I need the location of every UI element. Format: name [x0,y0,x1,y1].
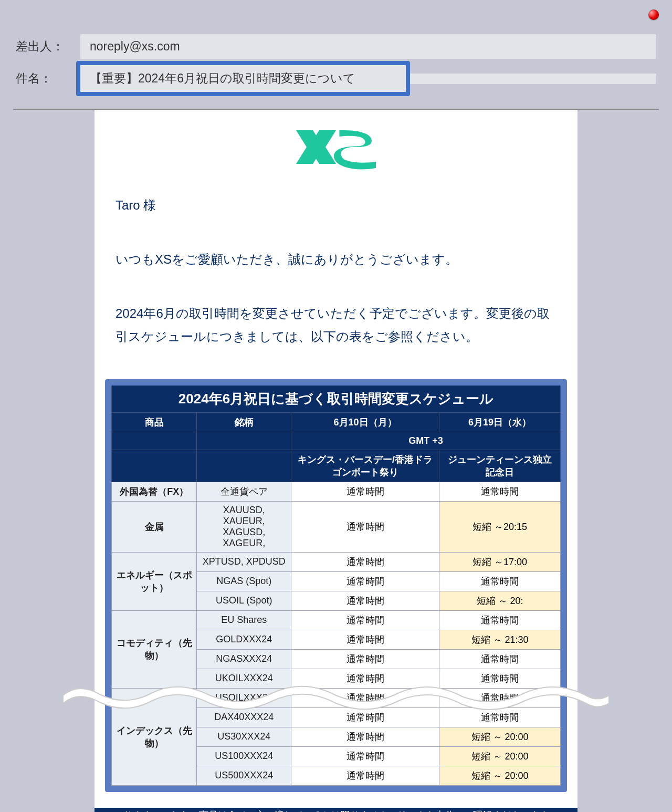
symbol-cell: NGASXXX24 [197,649,291,669]
jun19-cell: 通常時間 [439,669,561,688]
jun19-cell: 短縮 ～ 20:00 [439,746,561,766]
jun19-cell: 通常時間 [439,482,561,501]
jun10-cell: 通常時間 [291,746,439,766]
timezone: GMT +3 [291,432,560,450]
xs-logo-icon [294,126,378,173]
symbol-cell: US30XXX24 [197,727,291,746]
event-jun19: ジューンティーンス独立記念日 [439,450,561,482]
product-cell: 外国為替（FX） [112,482,197,501]
jun19-cell: 通常時間 [439,707,561,727]
col-product: 商品 [112,412,197,432]
jun10-cell: 通常時間 [291,591,439,610]
jun10-cell: 通常時間 [291,727,439,746]
jun10-cell: 通常時間 [291,610,439,630]
email-header: 差出人： noreply@xs.com 件名： 【重要】2024年6月祝日の取引… [0,29,672,109]
table-row: エネルギー（スポット）XPTUSD, XPDUSD通常時間短縮 ～17:00 [112,552,561,571]
jun19-cell: 短縮 ～ 20:00 [439,727,561,746]
jun19-cell: 短縮 ～ 21:30 [439,630,561,649]
jun19-cell: 通常時間 [439,610,561,630]
product-cell: 金属 [112,501,197,552]
salutation: Taro 様 [116,194,556,216]
symbol-cell: 全通貨ペア [197,482,291,501]
symbol-cell: UKOILXXX24 [197,669,291,688]
symbol-cell: NGAS (Spot) [197,571,291,591]
jun10-cell: 通常時間 [291,501,439,552]
symbol-cell: GOLDXXX24 [197,630,291,649]
subject-highlight: 【重要】2024年6月祝日の取引時間変更について [80,65,406,92]
jun19-cell: 短縮 ～ 20:00 [439,766,561,785]
from-value: noreply@xs.com [80,34,656,59]
symbol-cell: DAX40XXX24 [197,707,291,727]
symbol-cell: EU Shares [197,610,291,630]
table-title: 2024年6月祝日に基づく取引時間変更スケジュール [112,386,561,413]
subject-value: 【重要】2024年6月祝日の取引時間変更について [80,65,406,92]
schedule-table-frame: 2024年6月祝日に基づく取引時間変更スケジュール 商品 銘柄 6月10日（月）… [105,379,567,792]
table-row: 外国為替（FX）全通貨ペア通常時間通常時間 [112,482,561,501]
thanks-paragraph: いつもXSをご愛顧いただき、誠にありがとうございます。 [116,248,556,270]
col-jun19: 6月19日（水） [439,412,561,432]
schedule-table: 2024年6月祝日に基づく取引時間変更スケジュール 商品 銘柄 6月10日（月）… [111,386,561,786]
symbol-cell: USOILXXX24 [197,688,291,707]
jun10-cell: 通常時間 [291,688,439,707]
jun10-cell: 通常時間 [291,571,439,591]
jun10-cell: 通常時間 [291,669,439,688]
col-symbol: 銘柄 [197,412,291,432]
symbol-cell: XPTUSD, XPDUSD [197,552,291,571]
subject-tail [410,74,656,84]
jun10-cell: 通常時間 [291,766,439,785]
product-cell: エネルギー（スポット） [112,552,197,610]
subject-label: 件名： [16,70,71,87]
symbol-cell: XAUUSD, XAUEUR, XAGUSD, XAGEUR, [197,501,291,552]
jun19-cell: 短縮 ～20:15 [439,501,561,552]
jun19-cell: 短縮 ～ 20: [439,591,561,610]
table-body: 外国為替（FX）全通貨ペア通常時間通常時間金属XAUUSD, XAUEUR, X… [112,482,561,785]
jun19-cell: 通常時間 [439,571,561,591]
product-cell: コモディティ（先物） [112,610,197,688]
table-row: 金属XAUUSD, XAUEUR, XAGUSD, XAGEUR,通常時間短縮 … [112,501,561,552]
col-jun10: 6月10日（月） [291,412,439,432]
xs-logo [94,110,578,194]
product-cell: インデックス（先物） [112,688,197,785]
jun10-cell: 通常時間 [291,630,439,649]
symbol-cell: US500XXX24 [197,766,291,785]
jun10-cell: 通常時間 [291,707,439,727]
jun10-cell: 通常時間 [291,552,439,571]
notice-paragraph: 2024年6月の取引時間を変更させていただく予定でございます。変更後の取引スケジ… [116,302,556,347]
from-label: 差出人： [16,38,71,55]
table-row: インデックス（先物）USOILXXX24通常時間通常時間 [112,688,561,707]
table-row: コモディティ（先物）EU Shares通常時間通常時間 [112,610,561,630]
event-jun10: キングス・バースデー/香港ドラゴンボート祭り [291,450,439,482]
jun10-cell: 通常時間 [291,482,439,501]
close-window-icon[interactable] [648,9,659,20]
jun19-cell: 短縮 ～17:00 [439,552,561,571]
symbol-cell: US100XXX24 [197,746,291,766]
titlebar [0,0,672,29]
email-window: 差出人： noreply@xs.com 件名： 【重要】2024年6月祝日の取引… [0,0,672,812]
jun19-cell: 通常時間 [439,688,561,707]
email-body: Taro 様 いつもXSをご愛顧いただき、誠にありがとうございます。 2024年… [94,110,578,812]
footer-disclaimer: ります。これらの商品は全ての方に適しているとは限りません。リスクを十分にご理解く… [94,808,578,812]
symbol-cell: USOIL (Spot) [197,591,291,610]
jun10-cell: 通常時間 [291,649,439,669]
jun19-cell: 通常時間 [439,649,561,669]
